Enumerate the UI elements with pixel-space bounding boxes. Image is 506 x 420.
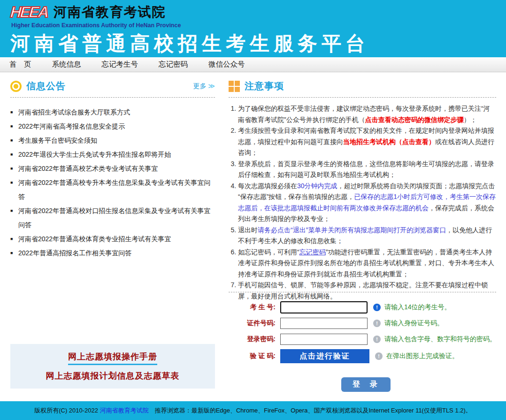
footer: 版权所有(C) 2010-2022 河南省教育考试院 推荐浏览器：最新版的Edg… (0, 401, 506, 420)
note-red-link[interactable]: 当地招生考试机构（点击查看） (343, 138, 435, 145)
main-nav: 首 页系统信息忘记考生号忘记密码微信公众号 (0, 57, 506, 72)
notes-header: 注意事项 (229, 75, 496, 98)
candidate-number-input[interactable] (280, 301, 368, 313)
more-label: 更多 (193, 82, 206, 90)
notes-list: 为了确保您的权益不受非法侵害，建议绑定动态密码，每次登录系统时，携带已关注“河南… (229, 103, 496, 302)
note-text: 登录系统后，首页显示登录考生的资格信息，这些信息将影响考生可填报的志愿，请登录后… (238, 160, 494, 179)
login-password-label: 登录密码: (229, 335, 278, 344)
nav-item-forgot-candidate-number[interactable]: 忘记考生号 (102, 60, 138, 69)
captcha-hint: 在弹出图形上完成验证。 (386, 352, 459, 360)
quick-links-box: 网上志愿填报操作手册 网上志愿填报计划信息及志愿草表 (10, 344, 215, 389)
notes-title: 注意事项 (245, 80, 284, 92)
info-icon: ! (373, 336, 381, 343)
note-item: 考生须按照专业目录和河南省教育考试院下发的相关文件，在规定时间内登录网站并填报志… (238, 125, 496, 159)
notes-section: 注意事项 为了确保您的权益不受非法侵害，建议绑定动态密码，每次登录系统时，携带已… (229, 75, 496, 401)
bulletin-item[interactable]: 2022年普通高招报名工作相关事宜问答 (10, 246, 215, 260)
login-fields: 考 生 号:!请输入14位的考生号。证件号码:!请输入身份证号码。登录密码:!请… (229, 301, 496, 345)
note-link[interactable]: 忘记密码 (299, 248, 326, 256)
form-divider (229, 292, 496, 292)
org-name-en: Higher Education Examinations Authority … (11, 22, 506, 29)
more-link[interactable]: 更多 ≫ (193, 82, 215, 91)
info-icon: ! (375, 352, 383, 360)
candidate-number-hint: 请输入14位的考生号。 (384, 303, 451, 312)
id-number-input[interactable] (280, 318, 368, 329)
login-password-row: 登录密码:!请输入包含字母、数字和符号的密码。 (229, 333, 496, 345)
bulletin-item[interactable]: 2022年河南省高考报名信息安全提示 (10, 119, 215, 133)
browser-recommendation: 推荐浏览器：最新版的Edge、Chrome、FireFox、Opera、国产双核… (149, 406, 472, 415)
bulletin-list: 河南省招生考试综合服务大厅联系方式2022年河南省高考报名信息安全提示考生服务平… (10, 105, 215, 260)
note-text: 请务必点击“退出”菜单并关闭所有填报志愿期间打开的浏览器窗口 (258, 226, 446, 234)
captcha-label: 验 证 码: (229, 352, 278, 360)
note-text: ）； (464, 116, 477, 123)
bulletin-item[interactable]: 河南省2022年普通高校专升本考生信息采集及专业考试有关事宜问答 (10, 176, 215, 204)
note-text: 手机可能因信号、锁屏、节能等多种原因，志愿填报不稳定。注意不要在填报过程中锁屏，… (238, 281, 488, 300)
id-number-label: 证件号码: (229, 319, 278, 328)
bulletin-item[interactable]: 考生服务平台密码安全须知 (10, 133, 215, 147)
bulletin-title: 信息公告 (26, 80, 66, 92)
bulletin-section: 信息公告 更多 ≫ 河南省招生考试综合服务大厅联系方式2022年河南省高考报名信… (10, 75, 215, 260)
footer-authority-link[interactable]: 河南省教育考试院 (100, 406, 149, 415)
note-item: 登录系统后，首页显示登录考生的资格信息，这些信息将影响考生可填报的志愿，请登录后… (238, 159, 496, 181)
note-item: 退出时请务必点击“退出”菜单并关闭所有填报志愿期间打开的浏览器窗口，以免他人进行… (238, 225, 496, 247)
note-item: 如忘记密码，可利用“忘记密码”功能进行密码重置，无法重置密码的，普通类考生本人持… (238, 247, 496, 280)
nav-item-home[interactable]: 首 页 (9, 60, 31, 69)
nav-item-system-info[interactable]: 系统信息 (52, 60, 81, 69)
login-password-input[interactable] (280, 334, 368, 345)
id-number-row: 证件号码:!请输入身份证号码。 (229, 317, 496, 329)
bulletin-item[interactable]: 河南省招生考试综合服务大厅联系方式 (10, 105, 215, 119)
volunteer-manual-link[interactable]: 网上志愿填报操作手册 (68, 351, 157, 365)
note-red-link[interactable]: 点击查看动态密码的微信绑定步骤 (365, 116, 464, 123)
heea-logo: HEEA (10, 3, 48, 21)
login-password-hint: 请输入包含字母、数字和符号的密码。 (384, 335, 496, 344)
info-icon: ! (373, 320, 381, 327)
bulletin-item[interactable]: 河南省2022年普通高校艺术类专业考试有关事宜 (10, 161, 215, 176)
double-chevron-icon: ≫ (208, 82, 215, 90)
copyright-text: 版权所有(C) 2010-2022 (34, 406, 100, 415)
bulletin-item[interactable]: 河南省2022年普通高校体育类专业招生考试有关事宜 (10, 232, 215, 246)
header-banner: HEEA 河南省教育考试院 Higher Education Examinati… (0, 0, 506, 57)
bulletin-header: 信息公告 更多 ≫ (10, 75, 215, 98)
note-item: 手机可能因信号、锁屏、节能等多种原因，志愿填报不稳定。注意不要在填报过程中锁屏，… (238, 280, 496, 302)
captcha-row: 验 证 码: 点击进行验证 ! 在弹出图形上完成验证。 (229, 349, 496, 363)
candidate-number-row: 考 生 号:!请输入14位的考生号。 (229, 301, 496, 313)
bulletin-item[interactable]: 2022年退役大学生士兵免试专升本招生报名即将开始 (10, 147, 215, 161)
note-text: 30分钟内完成 (297, 182, 337, 190)
candidate-number-label: 考 生 号: (229, 303, 278, 312)
login-button[interactable]: 登 录 (341, 377, 391, 392)
captcha-button[interactable]: 点击进行验证 (280, 349, 369, 363)
note-text: 每次志愿填报必须在 (238, 182, 297, 190)
notes-grid-icon (229, 81, 240, 92)
nav-item-wechat-official-account[interactable]: 微信公众号 (208, 60, 245, 69)
note-item: 每次志愿填报必须在30分钟内完成，超过时限系统将自动关闭填报页面；志愿填报完点击… (238, 181, 496, 225)
note-item: 为了确保您的权益不受非法侵害，建议绑定动态密码，每次登录系统时，携带已关注“河南… (238, 103, 496, 125)
alert-icon: ! (373, 304, 381, 311)
note-text: 退出时 (238, 226, 258, 234)
page-title: 河南省普通高校招生考生服务平台 (10, 31, 506, 57)
main-content: 信息公告 更多 ≫ 河南省招生考试综合服务大厅联系方式2022年河南省高考报名信… (0, 72, 506, 401)
id-number-hint: 请输入身份证号码。 (384, 319, 444, 328)
login-form: 考 生 号:!请输入14位的考生号。证件号码:!请输入身份证号码。登录密码:!请… (229, 301, 496, 367)
nav-item-forgot-password[interactable]: 忘记密码 (159, 60, 188, 69)
logo-row: HEEA 河南省教育考试院 (10, 3, 506, 22)
plan-info-draft-link[interactable]: 网上志愿填报计划信息及志愿草表 (46, 370, 180, 382)
bulletin-item[interactable]: 河南省2022年普通高校对口招生报名信息采集及专业考试有关事宜问答 (10, 204, 215, 232)
bulletin-circle-icon (10, 81, 22, 92)
org-name-cn: 河南省教育考试院 (54, 3, 166, 21)
note-text: 如忘记密码，可利用“ (238, 248, 299, 256)
